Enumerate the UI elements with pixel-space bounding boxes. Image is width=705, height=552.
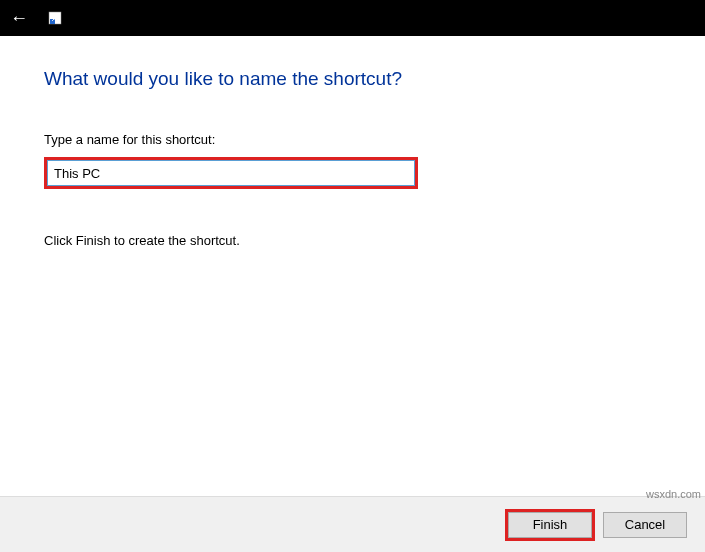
titlebar: ← [0, 0, 705, 36]
wizard-heading: What would you like to name the shortcut… [44, 68, 661, 90]
instruction-text: Click Finish to create the shortcut. [44, 233, 661, 248]
shortcut-icon [48, 11, 62, 25]
watermark-text: wsxdn.com [646, 488, 701, 500]
shortcut-name-input[interactable] [47, 160, 415, 186]
footer-bar: Finish Cancel [0, 496, 705, 552]
input-label: Type a name for this shortcut: [44, 132, 661, 147]
finish-highlight: Finish [505, 509, 595, 541]
wizard-content: What would you like to name the shortcut… [0, 36, 705, 248]
cancel-button[interactable]: Cancel [603, 512, 687, 538]
finish-button[interactable]: Finish [508, 512, 592, 538]
back-arrow-icon[interactable]: ← [10, 8, 28, 29]
input-highlight [44, 157, 418, 189]
